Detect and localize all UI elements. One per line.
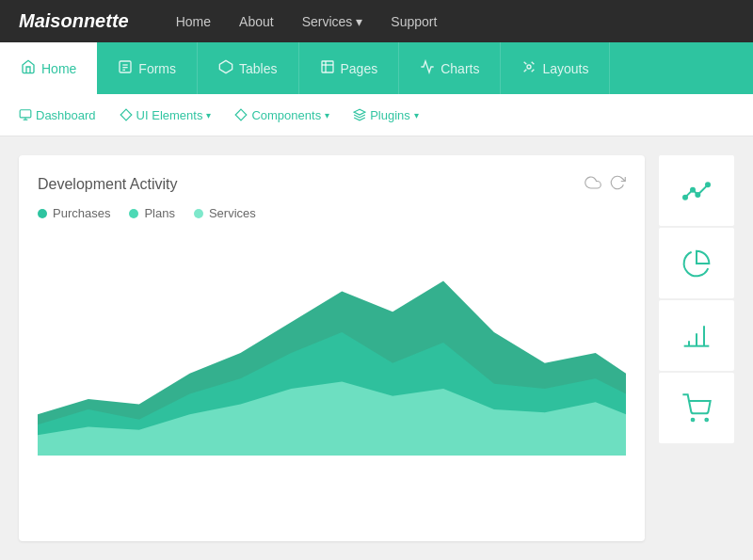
svg-line-11 [524, 69, 527, 72]
sidebar-bar-chart[interactable] [659, 300, 734, 371]
svg-rect-13 [20, 110, 31, 118]
cloud-icon[interactable] [585, 174, 601, 195]
svg-point-21 [683, 195, 687, 199]
chart-actions [585, 174, 626, 195]
sidebar-cart[interactable] [659, 373, 734, 443]
svg-line-10 [532, 61, 535, 64]
svg-point-24 [706, 183, 710, 186]
chevron-down-icon: ▾ [206, 110, 211, 120]
svg-rect-5 [322, 61, 333, 72]
right-sidebar [659, 155, 734, 541]
svg-line-12 [532, 69, 535, 72]
charts-icon [420, 59, 435, 78]
legend-plans: Plans [129, 206, 175, 220]
main-content: Development Activity Purchases Plans [0, 136, 753, 560]
plugin-icon [353, 108, 366, 121]
secnav-plugins[interactable]: Plugins ▾ [353, 108, 419, 122]
diamond-icon [120, 108, 133, 121]
svg-point-8 [527, 65, 531, 69]
svg-line-9 [524, 61, 527, 64]
svg-marker-16 [120, 109, 132, 120]
brand-logo: Maisonnette [19, 10, 129, 32]
chevron-down-icon2: ▾ [325, 110, 329, 120]
svg-point-23 [696, 193, 699, 197]
tab-pages[interactable]: Pages [299, 42, 400, 94]
svg-point-30 [705, 418, 708, 421]
chevron-down-icon: ▾ [356, 14, 362, 29]
secnav-components[interactable]: Components ▾ [234, 108, 329, 122]
svg-marker-17 [236, 109, 248, 120]
legend-services: Services [194, 206, 256, 220]
tab-forms[interactable]: Forms [97, 42, 198, 94]
tab-bar: Home Forms Tables Pages Charts Layouts [0, 42, 753, 94]
nav-home[interactable]: Home [176, 14, 211, 29]
top-navigation: Maisonnette Home About Services ▾ Suppor… [0, 0, 753, 42]
chevron-down-icon3: ▾ [414, 110, 419, 120]
secnav-ui-elements[interactable]: UI Elements ▾ [120, 108, 212, 122]
area-chart [38, 230, 626, 456]
monitor-icon [19, 108, 32, 121]
chart-title: Development Activity [38, 176, 178, 193]
svg-point-29 [692, 418, 695, 421]
pie-chart-icon [681, 248, 712, 279]
sidebar-pie-chart[interactable] [659, 228, 734, 298]
component-icon [234, 108, 248, 121]
nav-services[interactable]: Services ▾ [302, 14, 363, 29]
chart-legend: Purchases Plans Services [38, 206, 626, 220]
secondary-navigation: Dashboard UI Elements ▾ Components ▾ Plu… [0, 94, 753, 136]
tab-layouts[interactable]: Layouts [501, 42, 610, 94]
nav-about[interactable]: About [239, 14, 274, 29]
tab-tables[interactable]: Tables [198, 42, 298, 94]
chart-header: Development Activity [38, 174, 626, 195]
line-chart-icon [681, 176, 712, 206]
forms-icon [118, 59, 133, 78]
nav-support[interactable]: Support [391, 14, 437, 29]
sidebar-line-chart[interactable] [659, 155, 734, 226]
legend-dot-services [194, 209, 203, 218]
legend-dot-purchases [38, 209, 47, 218]
tab-home[interactable]: Home [0, 42, 97, 94]
secnav-dashboard[interactable]: Dashboard [19, 108, 96, 122]
refresh-icon[interactable] [609, 174, 626, 195]
bar-chart-icon [681, 321, 712, 351]
cart-icon [681, 393, 712, 424]
svg-marker-4 [219, 60, 232, 72]
legend-purchases: Purchases [38, 206, 110, 220]
layouts-icon [521, 59, 537, 78]
chart-card: Development Activity Purchases Plans [19, 155, 645, 541]
pages-icon [320, 59, 335, 78]
legend-dot-plans [129, 209, 138, 218]
tab-charts[interactable]: Charts [399, 42, 501, 94]
home-icon [21, 59, 36, 78]
tables-icon [218, 59, 233, 78]
svg-point-22 [691, 187, 695, 191]
